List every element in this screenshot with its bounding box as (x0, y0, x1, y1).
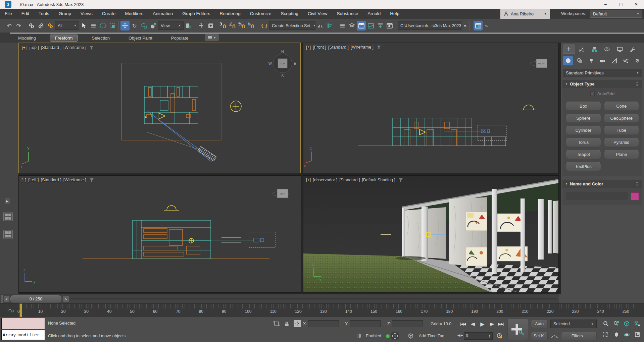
material-editor-icon[interactable] (385, 21, 394, 31)
cameras-category-icon[interactable] (597, 56, 608, 65)
menu-item[interactable]: Animation (148, 9, 178, 19)
object-type-button[interactable]: GeoSphere (604, 114, 639, 123)
curve-editor-icon[interactable] (366, 21, 375, 31)
previous-frame-button[interactable]: ◀▮ (468, 320, 477, 328)
layer-explorer-toggle-icon[interactable] (347, 21, 356, 31)
viewport-general-menu[interactable]: [+] (21, 178, 26, 182)
menu-item[interactable]: Graph Editors (178, 9, 215, 19)
scene-explorer-toggle-icon[interactable] (338, 21, 347, 31)
modify-tab[interactable] (576, 44, 588, 54)
workspace-dropdown[interactable]: Default ▼ (590, 10, 642, 18)
shapes-category-icon[interactable] (574, 56, 585, 65)
select-object-icon[interactable] (80, 21, 89, 31)
security-messages-badge[interactable]: 1 (391, 332, 399, 340)
angle-snap-toggle-icon[interactable]: ∠ (228, 21, 237, 31)
toolbar-drag-handle[interactable] (1, 20, 3, 31)
geometry-category-icon[interactable] (563, 56, 573, 65)
window-crossing-toggle-icon[interactable] (108, 21, 117, 31)
selection-filter-dropdown[interactable]: All ▼ (55, 21, 79, 30)
zoom-icon[interactable] (601, 319, 611, 329)
ribbon-collapsed-strip[interactable] (10, 33, 644, 34)
toolbar-overflow-chevron[interactable]: » (462, 23, 468, 28)
viewport-top[interactable]: [+] [Top ] [Standard ] [Wireframe ] (18, 43, 301, 173)
viewport-renderer-label[interactable]: [Standard ] (41, 178, 61, 182)
set-keys-button[interactable] (507, 319, 528, 340)
motion-tab[interactable] (601, 44, 613, 54)
key-filters-button[interactable]: Filters... (561, 332, 597, 340)
object-type-rollout-header[interactable]: ▼ Object Type (562, 80, 642, 88)
minimize-button[interactable]: − (598, 0, 613, 9)
auto-key-button[interactable]: Auto (531, 320, 548, 328)
bind-to-space-warp-icon[interactable] (46, 21, 55, 31)
named-selection-set-dropdown[interactable]: Create Selection Set ▼ (269, 21, 315, 30)
ribbon-display-options[interactable]: ▼ (205, 34, 219, 41)
per-view-filter-icon[interactable] (90, 46, 94, 50)
menu-item[interactable]: Create (97, 9, 120, 19)
rectangular-selection-region-icon[interactable] (98, 21, 107, 31)
viewport-perspective[interactable]: [+] [observador ] [Standard ] [Default S… (303, 175, 559, 293)
menu-item[interactable]: Views (76, 9, 97, 19)
isolate-selection-icon[interactable] (273, 320, 281, 328)
set-key-button[interactable]: Set K. (531, 332, 548, 340)
z-coordinate-field[interactable] (392, 320, 423, 327)
align-icon[interactable] (325, 21, 334, 31)
key-filter-selection-dropdown[interactable]: Selected ▼ (550, 320, 597, 328)
flyout-arrow-button[interactable]: ▶ (5, 198, 10, 204)
menu-item[interactable]: File (0, 9, 17, 19)
ribbon-tab-modeling[interactable]: Modeling (13, 35, 41, 41)
viewport-general-menu[interactable]: [+] (306, 178, 311, 182)
helpers-category-icon[interactable] (609, 56, 620, 65)
previous-frame-button[interactable]: < (4, 296, 9, 302)
ribbon-tab-selection[interactable]: Selection (87, 35, 114, 41)
select-and-manipulate-icon[interactable] (197, 21, 206, 31)
zoom-all-icon[interactable] (611, 319, 622, 329)
time-slider-handle[interactable]: 0 / 250 (10, 295, 61, 302)
selection-lock-icon[interactable] (283, 320, 291, 328)
select-and-scale-icon[interactable] (139, 21, 148, 31)
viewport-layout-preset-b[interactable] (3, 230, 13, 239)
unlink-selection-icon[interactable] (36, 21, 45, 31)
mirror-icon[interactable] (316, 21, 325, 31)
object-type-button[interactable]: Tube (604, 126, 639, 135)
viewport-pov-label[interactable]: [Front ] (313, 45, 326, 50)
object-type-button[interactable]: Cylinder (566, 126, 601, 135)
systems-category-icon[interactable]: ⚙ (632, 56, 643, 65)
snaps-toggle-3d-icon[interactable]: 3 (219, 21, 228, 31)
time-tag-cube-icon[interactable] (407, 332, 415, 340)
mini-curve-editor-icon[interactable] (6, 307, 14, 313)
current-frame-field[interactable]: 0 ▲▼ (464, 332, 493, 340)
menu-item[interactable]: Modifiers (120, 9, 148, 19)
redo-button[interactable]: ↷ (14, 21, 23, 31)
create-tab[interactable]: + (563, 44, 575, 54)
ribbon-tab-populate[interactable]: Populate (166, 35, 193, 41)
add-time-tag[interactable]: Add Time Tag (419, 334, 444, 338)
object-type-button[interactable]: Plane (604, 150, 639, 159)
render-flyout-chevron[interactable]: » (483, 23, 489, 28)
object-type-button[interactable]: Torus (566, 138, 601, 147)
object-type-button[interactable]: Box (566, 102, 601, 111)
viewcube-compass[interactable]: TOP N E S W (268, 50, 296, 78)
ribbon-tab-object-paint[interactable]: Object Paint (124, 35, 157, 41)
zoom-extents-icon[interactable] (622, 319, 632, 329)
name-color-rollout-header[interactable]: ▼ Name and Color (562, 180, 642, 188)
time-configuration-icon[interactable] (496, 332, 504, 340)
per-view-filter-icon[interactable] (377, 46, 381, 49)
schematic-view-icon[interactable] (376, 21, 385, 31)
select-and-place-icon[interactable] (149, 21, 158, 31)
viewport-pov-label[interactable]: [Top ] (29, 45, 39, 50)
menu-item[interactable]: Arnold (363, 9, 385, 19)
lights-category-icon[interactable] (586, 56, 596, 65)
viewport-renderer-label[interactable]: [Standard ] (328, 45, 349, 50)
menu-item[interactable]: Edit (17, 9, 34, 19)
time-slider-track[interactable] (70, 298, 557, 299)
space-warps-category-icon[interactable] (621, 56, 631, 65)
viewport-shading-label[interactable]: [Default Shading ] (362, 178, 395, 182)
menu-item[interactable]: Customize (245, 9, 276, 19)
go-to-end-button[interactable]: ▶▶| (497, 320, 505, 328)
viewport-shading-label[interactable]: [Wireframe ] (351, 45, 374, 50)
menu-item[interactable]: Tools (34, 9, 54, 19)
select-and-move-icon[interactable] (120, 21, 130, 31)
viewport-pov-label[interactable]: [Left ] (28, 178, 39, 182)
track-bar-ticks[interactable] (19, 304, 637, 308)
viewport-shading-label[interactable]: [Wireframe ] (63, 178, 86, 182)
